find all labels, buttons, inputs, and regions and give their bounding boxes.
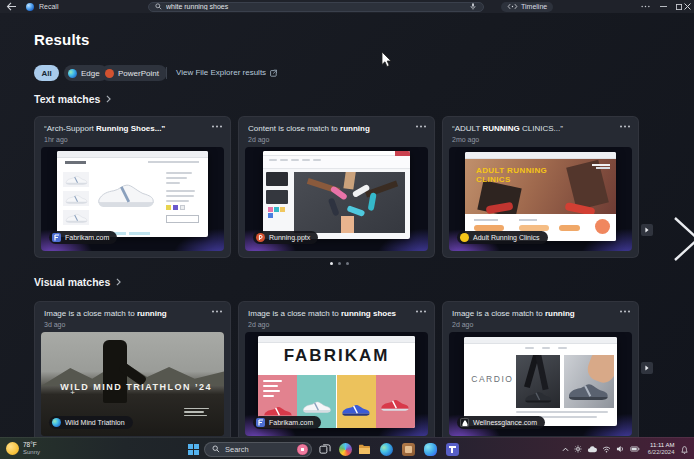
close-button[interactable] (680, 0, 694, 13)
visual-matches-header[interactable]: Visual matches (34, 276, 121, 288)
more-icon[interactable] (619, 125, 631, 131)
edge-icon (380, 443, 393, 456)
card-timestamp: 2d ago (452, 321, 473, 328)
card-timestamp: 2d ago (248, 136, 269, 143)
powerpoint-icon (256, 233, 265, 242)
fabrikam-icon (256, 418, 265, 427)
results-page: Results All Edge PowerPoint View File Ex… (0, 13, 694, 437)
external-link-icon (269, 69, 277, 77)
microphone-icon[interactable] (469, 2, 477, 11)
hidden-icons-chevron[interactable] (562, 447, 569, 452)
file-explorer-button[interactable] (355, 438, 373, 459)
teams-button[interactable] (443, 438, 461, 459)
notification-bell-icon[interactable] (680, 445, 689, 454)
copilot-button[interactable] (421, 438, 439, 459)
windows-logo-icon (188, 444, 199, 455)
search-highlight-icon (297, 444, 308, 455)
onedrive-cloud-icon[interactable] (587, 446, 597, 453)
battery-icon[interactable] (630, 446, 640, 452)
edge-icon (68, 69, 77, 78)
widgets-button[interactable] (336, 438, 354, 459)
card-thumbnail[interactable]: ADULT RUNNING CLINICS (449, 147, 632, 251)
source-badge: Wellnessglance.com (457, 416, 545, 429)
system-tray: 11:11 AM 6/22/2024 (560, 438, 694, 459)
text-matches-header[interactable]: Text matches (34, 93, 111, 105)
card-thumbnail[interactable]: Running.pptx (245, 147, 428, 251)
result-card-running-pptx[interactable]: Content is close match to running 2d ago (238, 116, 435, 258)
result-card-fabrikam-product[interactable]: “Arch-Support Running Shoes...” 1hr ago (34, 116, 231, 258)
filter-chip-all[interactable]: All (34, 65, 59, 81)
task-view-button[interactable] (316, 438, 334, 459)
timeline-icon (507, 3, 518, 10)
taskbar-search[interactable]: Search (204, 442, 312, 457)
source-badge: Fabrikam.com (253, 416, 321, 429)
filter-chip-powerpoint[interactable]: PowerPoint (101, 65, 167, 81)
text-matches-next-button[interactable] (641, 224, 653, 236)
file-explorer-link[interactable]: View File Explorer results (176, 68, 277, 77)
more-icon[interactable] (415, 310, 427, 316)
minimize-button[interactable] (656, 0, 670, 13)
clock-time: 11:11 AM (648, 442, 675, 449)
app-title: Recall (39, 3, 58, 10)
source-badge: Adult Running Clinics (457, 231, 548, 244)
back-icon[interactable] (6, 2, 17, 11)
thumb-headline: CARDIO (471, 374, 513, 384)
thumb-headline: ADULT RUNNING CLINICS (476, 166, 559, 184)
result-card-wild-mind-triathlon[interactable]: Image is a close match to running 3d ago… (34, 301, 231, 443)
store-app-button[interactable] (399, 438, 417, 459)
clock-date: 6/22/2024 (648, 449, 675, 456)
settings-gear-icon[interactable] (574, 445, 582, 453)
titlebar: Recall Timeline (0, 0, 694, 13)
taskbar-clock[interactable]: 11:11 AM 6/22/2024 (648, 442, 675, 456)
more-icon[interactable] (211, 125, 223, 131)
search-icon (155, 3, 162, 10)
timeline-button[interactable]: Timeline (501, 2, 553, 12)
more-icon[interactable] (211, 310, 223, 316)
task-view-icon (319, 443, 331, 455)
copilot-icon (424, 443, 437, 456)
card-title: Image is a close match to running (44, 309, 206, 318)
thumb-headline: WILD MIND TRIATHLON ’24 (52, 382, 220, 392)
taskbar: 78°F Sunny Search (0, 437, 694, 459)
window-more-icon[interactable] (638, 0, 652, 13)
card-timestamp: 2d ago (248, 321, 269, 328)
search-icon (212, 445, 220, 453)
card-title: Image is a close match to running (452, 309, 614, 318)
more-icon[interactable] (415, 125, 427, 131)
recall-app-icon (26, 3, 34, 11)
card-timestamp: 1hr ago (44, 136, 68, 143)
result-card-fabrikam-shoes[interactable]: Image is a close match to running shoes … (238, 301, 435, 443)
card-thumbnail[interactable]: FABRIKAM (245, 332, 428, 436)
card-timestamp: 3d ago (44, 321, 65, 328)
source-badge: Wild Mind Triathlon (49, 416, 133, 429)
scroll-right-chevron-icon[interactable] (671, 216, 694, 262)
weather-widget[interactable]: 78°F Sunny (6, 441, 40, 456)
card-timestamp: 2mo ago (452, 136, 479, 143)
source-badge: Fabrikam.com (49, 231, 117, 244)
result-card-wellnessglance[interactable]: Image is a close match to running 2d ago… (442, 301, 639, 443)
fabrikam-icon (52, 233, 61, 242)
thumb-headline: FABRIKAM (258, 346, 415, 366)
card-thumbnail[interactable]: WILD MIND TRIATHLON ’24 + Wild Mind Tria… (41, 332, 224, 436)
recall-window: Recall Timeline Results All Edge (0, 0, 694, 459)
search-input[interactable] (162, 3, 469, 11)
card-title: Image is a close match to running shoes (248, 309, 410, 318)
volume-icon[interactable] (616, 445, 625, 453)
card-thumbnail[interactable]: CARDIO Wellnessgl (449, 332, 632, 436)
edge-icon (52, 418, 61, 427)
card-thumbnail[interactable]: Fabrikam.com (41, 147, 224, 251)
mouse-cursor (381, 52, 392, 68)
teams-icon (446, 443, 459, 456)
source-badge: Running.pptx (253, 231, 318, 244)
carousel-pagination-dots[interactable] (330, 262, 349, 265)
start-button[interactable] (184, 438, 202, 459)
search-bar[interactable] (148, 2, 484, 12)
result-card-adult-running-clinics[interactable]: “ADULT RUNNING CLINICS...” 2mo ago ADULT… (442, 116, 639, 258)
divider (166, 67, 167, 79)
chevron-right-icon (116, 278, 121, 286)
folder-icon (358, 443, 371, 455)
more-icon[interactable] (619, 310, 631, 316)
edge-button[interactable] (377, 438, 395, 459)
wifi-icon[interactable] (602, 446, 611, 453)
visual-matches-next-button[interactable] (641, 362, 653, 374)
